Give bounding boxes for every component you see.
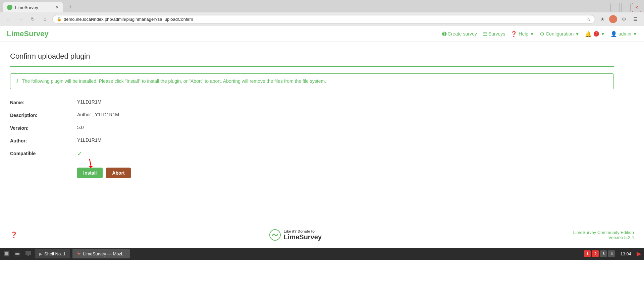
create-survey-label: Create survey: [448, 31, 477, 37]
plugin-details: Name: Y1LD1R1M Description: Author : Y1L…: [10, 99, 614, 178]
taskbar-shell-label: Shell No. 1: [44, 251, 66, 256]
browser-tabs: LimeSurvey × + — □ ×: [0, 0, 644, 12]
footer-logo-text-block: Like it? Donate to LimeSurvey: [284, 229, 322, 241]
indicator-4[interactable]: 4: [608, 250, 615, 257]
tab-favicon: [7, 5, 12, 10]
window-minimize-btn[interactable]: —: [610, 3, 620, 12]
forward-btn[interactable]: →: [16, 14, 25, 24]
buttons-area-container: Install Abort: [77, 164, 614, 178]
taskbar-icon-3[interactable]: [24, 250, 32, 258]
tab-title: LimeSurvey: [15, 5, 38, 10]
compatible-label: Compatible: [10, 150, 77, 156]
taskbar-browser-label: LimeSurvey — Mozi...: [83, 251, 126, 256]
footer-logo: Like it? Donate to LimeSurvey: [269, 229, 322, 241]
author-label: Author:: [10, 137, 77, 143]
browser-controls: ← → ↻ ⌂ 🔒 demo.ine.local/index.php/admin…: [0, 12, 644, 26]
compatible-value: ✓: [77, 150, 614, 158]
footer: ❓ Like it? Donate to LimeSurvey LimeSurv…: [0, 222, 644, 248]
create-survey-link[interactable]: ➊ Create survey: [442, 31, 477, 37]
taskbar-icon-2[interactable]: [13, 250, 21, 258]
nav-actions: ➊ Create survey ☰ Surveys ❓ Help ▼ ⚙ Con…: [442, 31, 637, 37]
footer-donate-text: Like it? Donate to: [284, 229, 322, 233]
taskbar-indicators: 1 2 3 4: [584, 250, 615, 257]
lock-icon: 🔒: [57, 17, 62, 21]
version-row: Version: 5.0: [10, 125, 614, 131]
compatible-checkmark: ✓: [77, 150, 82, 157]
svg-rect-6: [15, 253, 19, 254]
back-btn[interactable]: ←: [4, 14, 13, 24]
terminal-icon: ▶: [39, 251, 42, 256]
abort-button[interactable]: Abort: [106, 168, 130, 178]
svg-line-0: [87, 159, 94, 166]
browser-action-1[interactable]: ★: [598, 14, 607, 24]
help-label: Help: [519, 31, 528, 37]
admin-label: admin: [619, 31, 631, 37]
buttons-area: Install Abort: [77, 168, 614, 178]
footer-version-text: Version 5.2.4: [573, 235, 634, 240]
taskbar-icon-1[interactable]: [3, 250, 11, 258]
description-label: Description:: [10, 112, 77, 118]
configuration-label: Configuration: [546, 31, 574, 37]
notifications-link[interactable]: 🔔 2 ▼: [585, 31, 605, 37]
version-label: Version:: [10, 125, 77, 131]
bookmark-icon[interactable]: ☆: [587, 17, 591, 22]
reload-btn[interactable]: ↻: [28, 14, 38, 24]
active-tab[interactable]: LimeSurvey ×: [3, 2, 63, 12]
buttons-label-spacer: [10, 164, 77, 165]
taskbar-time: 13:04: [620, 251, 631, 256]
firefox-icon: ☀: [76, 251, 81, 257]
list-icon: ☰: [482, 31, 487, 37]
config-chevron: ▼: [575, 31, 580, 37]
indicator-1[interactable]: 1: [584, 250, 591, 257]
author-value: Y1LD1R1M: [77, 137, 614, 143]
user-icon: 👤: [610, 31, 617, 37]
configuration-link[interactable]: ⚙ Configuration ▼: [540, 31, 580, 37]
svg-rect-7: [15, 254, 19, 255]
window-controls: — □ ×: [610, 3, 641, 12]
notifications-badge: 2: [594, 31, 599, 37]
browser-action-2[interactable]: [609, 15, 617, 23]
name-label: Name:: [10, 99, 77, 105]
info-icon: i: [16, 78, 18, 84]
tab-close-btn[interactable]: ×: [56, 4, 59, 10]
home-btn[interactable]: ⌂: [40, 14, 50, 24]
admin-chevron: ▼: [633, 31, 637, 37]
description-row: Description: Author : Y1LD1R1M: [10, 112, 614, 118]
svg-rect-4: [5, 252, 8, 255]
compatible-row: Compatible ✓: [10, 150, 614, 158]
bell-icon: 🔔: [585, 31, 592, 37]
window-maximize-btn[interactable]: □: [621, 3, 631, 12]
address-text: demo.ine.local/index.php/admin/pluginman…: [64, 17, 585, 22]
limesurvey-logo-icon: [269, 229, 281, 241]
config-icon: ⚙: [540, 31, 544, 37]
top-navbar: LimeSurvey ➊ Create survey ☰ Surveys ❓ H…: [0, 26, 644, 42]
address-bar[interactable]: 🔒 demo.ine.local/index.php/admin/pluginm…: [52, 15, 595, 23]
help-icon: ❓: [511, 31, 517, 37]
brand-logo[interactable]: LimeSurvey: [7, 29, 49, 38]
plus-icon: ➊: [442, 31, 446, 37]
new-tab-btn[interactable]: +: [66, 2, 75, 12]
footer-brand-text: LimeSurvey: [284, 233, 322, 241]
taskbar-end-icon: ▶: [637, 250, 641, 257]
footer-help-icon[interactable]: ❓: [10, 231, 17, 239]
taskbar-terminal-app[interactable]: ▶ Shell No. 1: [35, 249, 70, 258]
help-link[interactable]: ❓ Help ▼: [511, 31, 534, 37]
footer-edition: LimeSurvey Community Edition Version 5.2…: [573, 230, 634, 240]
name-value: Y1LD1R1M: [77, 99, 614, 105]
browser-actions: ★ ⚙ ☰: [598, 14, 640, 24]
browser-chrome: LimeSurvey × + — □ × ← → ↻ ⌂ 🔒 demo.ine.…: [0, 0, 644, 26]
indicator-3[interactable]: 3: [600, 250, 607, 257]
hamburger-menu[interactable]: ☰: [631, 14, 640, 24]
window-close-btn[interactable]: ×: [632, 3, 641, 12]
indicator-2[interactable]: 2: [592, 250, 599, 257]
admin-link[interactable]: 👤 admin ▼: [610, 31, 637, 37]
taskbar-firefox-app[interactable]: ☀ LimeSurvey — Mozi...: [72, 249, 130, 258]
info-message: The following plugin will be installed. …: [22, 78, 326, 84]
browser-action-3[interactable]: ⚙: [619, 14, 629, 24]
main-content: Confirm uploaded plugin i The following …: [0, 42, 624, 195]
author-row: Author: Y1LD1R1M: [10, 137, 614, 143]
surveys-label: Surveys: [488, 31, 505, 37]
surveys-link[interactable]: ☰ Surveys: [482, 31, 505, 37]
notifications-chevron: ▼: [600, 31, 605, 37]
help-chevron: ▼: [530, 31, 534, 37]
